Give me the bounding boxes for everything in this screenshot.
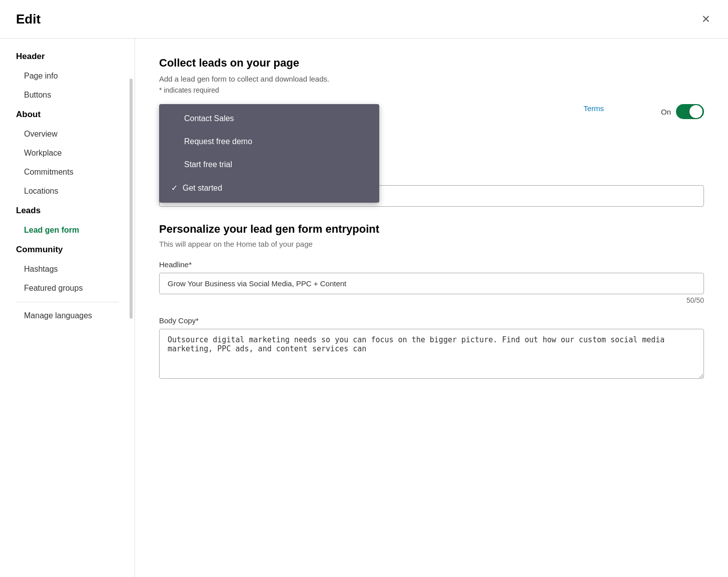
headline-input[interactable] <box>159 273 704 294</box>
terms-link[interactable]: Terms <box>583 104 604 113</box>
dropdown-item-label: Get started <box>183 184 222 193</box>
collect-section-title: Collect leads on your page <box>159 57 704 70</box>
dropdown-item-request-demo[interactable]: Request free demo <box>159 130 379 153</box>
body-copy-textarea[interactable] <box>159 329 704 379</box>
body-copy-label: Body Copy* <box>159 316 704 325</box>
headline-group: Headline* 50/50 <box>159 260 704 304</box>
dropdown-item-contact-sales[interactable]: Contact Sales <box>159 107 379 130</box>
sidebar-item-overview[interactable]: Overview <box>0 125 135 144</box>
dropdown-item-label: Request free demo <box>184 137 252 146</box>
sidebar-item-featured-groups[interactable]: Featured groups <box>0 279 135 298</box>
dropdown-item-start-trial[interactable]: Start free trial <box>159 153 379 176</box>
sidebar-section-community: Community <box>0 240 135 260</box>
toggle-knob <box>689 105 702 118</box>
headline-char-count: 50/50 <box>159 296 704 304</box>
sidebar-item-buttons[interactable]: Buttons <box>0 86 135 105</box>
sidebar-section-leads: Leads <box>0 201 135 221</box>
toggle-row: On <box>661 104 704 119</box>
body-copy-group: Body Copy* <box>159 316 704 381</box>
modal-body: Header Page info Buttons About Overview … <box>0 39 728 577</box>
collect-section-subtitle: Add a lead gen form to collect and downl… <box>159 75 704 83</box>
modal-header: Edit × <box>0 0 728 39</box>
sidebar-item-commitments[interactable]: Commitments <box>0 163 135 182</box>
personalize-section: Personalize your lead gen form entrypoin… <box>159 223 704 381</box>
modal-title: Edit <box>16 12 41 27</box>
toggle-label: On <box>661 108 671 116</box>
dropdown-item-label: Contact Sales <box>184 114 234 123</box>
modal: Edit × Header Page info Buttons About Ov… <box>0 0 728 577</box>
lead-gen-form-row: Lead gen form Contact Sales Request free… <box>159 104 704 113</box>
sidebar-divider <box>16 302 119 302</box>
personalize-title: Personalize your lead gen form entrypoin… <box>159 223 704 236</box>
headline-label: Headline* <box>159 260 704 269</box>
sidebar-item-manage-languages[interactable]: Manage languages <box>0 306 135 325</box>
personalize-subtitle: This will appear on the Home tab of your… <box>159 240 704 248</box>
main-content: Collect leads on your page Add a lead ge… <box>135 39 728 577</box>
sidebar-item-lead-gen-form[interactable]: Lead gen form <box>0 221 135 240</box>
sidebar-section-header: Header <box>0 47 135 67</box>
sidebar-item-hashtags[interactable]: Hashtags <box>0 260 135 279</box>
dropdown-menu: Contact Sales Request free demo Start fr… <box>159 104 379 203</box>
sidebar-item-workplace[interactable]: Workplace <box>0 144 135 163</box>
required-note: * indicates required <box>159 86 704 94</box>
dropdown-item-get-started[interactable]: Get started <box>159 176 379 200</box>
sidebar-item-page-info[interactable]: Page info <box>0 67 135 86</box>
toggle-switch[interactable] <box>676 104 704 119</box>
dropdown-item-label: Start free trial <box>184 160 232 169</box>
sidebar-item-locations[interactable]: Locations <box>0 182 135 201</box>
sidebar-section-about: About <box>0 105 135 125</box>
sidebar: Header Page info Buttons About Overview … <box>0 39 135 577</box>
scroll-indicator <box>130 79 133 319</box>
close-button[interactable]: × <box>700 10 712 28</box>
